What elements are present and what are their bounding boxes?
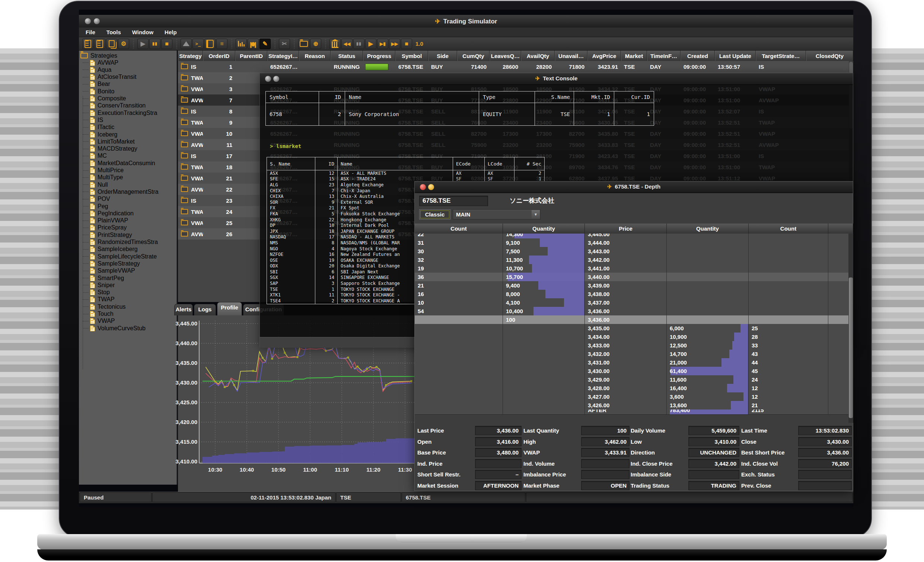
markets-globe-button[interactable]: ⊕ [310, 39, 321, 49]
column-header-closedqty[interactable]: ClosedQty [806, 51, 853, 61]
depth-bid-row[interactable]: 168,0003,438.00 [415, 290, 848, 299]
settings-gear-button[interactable]: ⚙ [118, 39, 129, 49]
sim-ffwd-button[interactable]: ▶▶ [389, 39, 400, 49]
sim-step-button[interactable]: ▶▮ [377, 39, 388, 49]
depth-bid-row[interactable]: 3211,3003,442.00 [415, 256, 848, 265]
tab-logs[interactable]: Logs [194, 304, 216, 315]
sidebar-item-avwap[interactable]: AVWAP [90, 59, 118, 66]
main-window-titlebar[interactable]: ✈Trading Simulator [79, 15, 853, 28]
sidebar-item-composite[interactable]: Composite [90, 95, 126, 102]
sidebar-item-touch[interactable]: Touch [90, 311, 114, 318]
menu-tools[interactable]: Tools [106, 29, 121, 35]
depth-view-button[interactable]: Classic [419, 209, 450, 220]
console-titlebar[interactable]: ✈Text Console [260, 73, 853, 85]
sim-rewind-button[interactable]: ◀◀ [341, 39, 352, 49]
depth-ask-row[interactable]: 3,435.006,00025 [415, 324, 848, 333]
menu-help[interactable]: Help [165, 29, 177, 35]
depth-last-trade-row[interactable]: 1003,436.00 [415, 315, 848, 324]
chevron-down-icon[interactable]: ▼ [532, 210, 540, 219]
sidebar-item-atclosetransit[interactable]: AtCloseTransit [90, 74, 136, 81]
column-header-orderid[interactable]: OrderID [203, 51, 235, 61]
sidebar-item-iceberg[interactable]: Iceberg [90, 131, 117, 138]
sidebar-item-pricespray[interactable]: PriceSpray [90, 224, 127, 231]
copy-strategy-button[interactable] [106, 39, 117, 49]
column-header-cumqty[interactable]: CumQty [457, 51, 489, 61]
sidebar-item-randomizedtimesstra[interactable]: RandomizedTimesStra [90, 239, 158, 246]
open-folder-button[interactable] [298, 39, 309, 49]
column-header-targetstrate[interactable]: TargetStrate… [756, 51, 806, 61]
sidebar-item-aqua[interactable]: Aqua [90, 66, 111, 73]
sidebar-root-strategies[interactable]: Strategies [80, 52, 117, 59]
sidebar-item-samplestrategy[interactable]: SampleStrategy [90, 260, 140, 267]
exchange-bank-button[interactable] [330, 39, 340, 49]
sidebar-item-samplevwap[interactable]: SampleVWAP [90, 268, 135, 275]
new-strategy-button[interactable] [82, 39, 93, 49]
book-view-button[interactable] [204, 39, 216, 49]
sidebar-item-smartpeg[interactable]: SmartPeg [90, 275, 124, 281]
column-header-availqty[interactable]: AvailQty [521, 51, 555, 61]
sidebar-item-multitype[interactable]: MultiType [90, 174, 123, 181]
sidebar-item-executiontrackingstra[interactable]: ExecutionTrackingStra [90, 109, 157, 117]
depth-ask-row[interactable]: AFTER783,4002115 [415, 410, 848, 415]
sidebar-item-marketdataconsumin[interactable]: MarketDataConsumin [90, 160, 155, 167]
pause-strategy-button[interactable]: ▮▮ [149, 39, 160, 49]
sidebar-item-stop[interactable]: Stop [90, 289, 110, 296]
console-prompt[interactable]: > lsmarket [270, 143, 301, 149]
column-header-strategyi[interactable]: StrategyI… [267, 51, 299, 61]
sim-pause-button[interactable]: ▮▮ [353, 39, 364, 49]
depth-board-select[interactable]: MAIN ▼ [453, 209, 540, 220]
stop-strategy-button[interactable]: ■ [161, 39, 172, 49]
sidebar-item-macdstrategy[interactable]: MACDStrategy [90, 145, 137, 152]
column-header-progress[interactable]: Progress [363, 51, 395, 61]
debug-bug-button[interactable] [248, 39, 259, 49]
column-header-reason[interactable]: Reason [299, 51, 331, 61]
sidebar-item-vwap[interactable]: VWAP [90, 318, 115, 325]
column-header-leavesq[interactable]: LeavesQ… [489, 51, 521, 61]
sidebar-item-is[interactable]: IS [90, 117, 103, 124]
tab-profile[interactable]: Profile [217, 302, 242, 315]
edit-strategy-button[interactable] [94, 39, 105, 49]
depth-symbol-field[interactable]: 6758.TSE [419, 196, 488, 206]
run-strategy-button[interactable]: ▶ [137, 39, 148, 49]
sidebar-item-mc[interactable]: MC [90, 152, 107, 160]
tab-alerts[interactable]: Alerts [174, 304, 193, 315]
sidebar-item-ordermanagementstra[interactable]: OrderManagementStra [90, 188, 159, 195]
sidebar-item-bonito[interactable]: Bonito [90, 88, 114, 95]
sidebar-item-sniper[interactable]: Sniper [90, 281, 115, 288]
depth-bid-row[interactable]: 2214,3003,445.00 [415, 233, 848, 239]
column-header-avgprice[interactable]: AvgPrice [588, 51, 621, 61]
console-view-button[interactable]: >_ [192, 39, 204, 49]
depth-ask-row[interactable]: 3,427.003,60012 [415, 392, 848, 401]
sidebar-item-volumecurvestub[interactable]: VolumeCurveStub [90, 325, 146, 332]
depth-ask-row[interactable]: 3,429.0011,60024 [415, 375, 848, 384]
disconnect-scissors-button[interactable]: ✂ [279, 39, 290, 49]
depth-ask-row[interactable]: 3,426.0013,60021 [415, 401, 848, 410]
stats-view-button[interactable] [236, 39, 247, 49]
sim-play-button[interactable]: ▶ [365, 39, 376, 49]
column-header-status[interactable]: Status [331, 51, 363, 61]
depth-ask-row[interactable]: 3,431.0021,00044 [415, 358, 848, 367]
list-view-button[interactable]: ≡ [216, 39, 228, 49]
column-header-created[interactable]: Created [681, 51, 715, 61]
depth-bid-row[interactable]: 3615,7003,440.00 [415, 273, 848, 281]
table-row[interactable]: IS16526267…RUNNING6758.TSEBUY71400286002… [178, 61, 853, 72]
sidebar-item-sampleiceberg[interactable]: SampleIceberg [90, 246, 138, 253]
menu-file[interactable]: File [86, 29, 95, 35]
depth-ask-row[interactable]: 3,430.0061,40045 [415, 367, 848, 376]
sim-stop-button[interactable]: ■ [401, 39, 412, 49]
depth-bid-row[interactable]: 307,5003,443.00 [415, 247, 848, 256]
sidebar-item-pegindication[interactable]: PegIndication [90, 210, 134, 217]
depth-bid-row[interactable]: 219,4003,439.00 [415, 281, 848, 290]
column-header-unavail[interactable]: Unavail… [555, 51, 588, 61]
sidebar-item-limittomarket[interactable]: LimitToMarket [90, 138, 135, 145]
sidebar-item-printstrategy[interactable]: PrintStrategy [90, 231, 132, 238]
edit-mode-pencil-button[interactable]: ✎ [260, 39, 271, 49]
depth-bid-row[interactable]: 104,1003,437.00 [415, 298, 848, 307]
column-header-symbol[interactable]: Symbol [395, 51, 428, 61]
sidebar-item-itactic[interactable]: ITactic [90, 124, 114, 131]
sidebar-item-plainvwap[interactable]: PlainVWAP [90, 217, 128, 224]
column-header-lastupdate[interactable]: Last Update [715, 51, 756, 61]
sidebar-item-null[interactable]: Null [90, 181, 108, 188]
column-header-strategy[interactable]: Strategy [178, 51, 203, 61]
column-header-market[interactable]: Market [621, 51, 647, 61]
